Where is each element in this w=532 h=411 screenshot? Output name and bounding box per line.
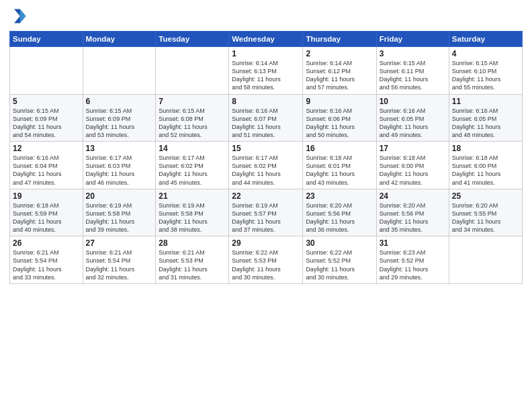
calendar-cell: 24Sunrise: 6:20 AM Sunset: 5:56 PM Dayli… (376, 189, 449, 236)
day-number: 26 (13, 238, 80, 248)
calendar-cell: 28Sunrise: 6:21 AM Sunset: 5:53 PM Dayli… (156, 236, 229, 284)
calendar-week-1: 1Sunrise: 6:14 AM Sunset: 6:13 PM Daylig… (10, 47, 523, 95)
calendar-cell: 18Sunrise: 6:18 AM Sunset: 6:00 PM Dayli… (449, 142, 522, 189)
day-number: 4 (452, 49, 519, 58)
calendar-week-4: 19Sunrise: 6:18 AM Sunset: 5:59 PM Dayli… (10, 189, 523, 236)
calendar-cell: 20Sunrise: 6:19 AM Sunset: 5:58 PM Dayli… (83, 189, 156, 236)
calendar-cell: 2Sunrise: 6:14 AM Sunset: 6:12 PM Daylig… (303, 47, 376, 95)
calendar-cell: 23Sunrise: 6:20 AM Sunset: 5:56 PM Dayli… (303, 189, 376, 236)
logo (9, 7, 31, 26)
day-info: Sunrise: 6:21 AM Sunset: 5:54 PM Dayligh… (86, 248, 153, 281)
col-header-monday: Monday (83, 32, 156, 47)
calendar-cell: 8Sunrise: 6:16 AM Sunset: 6:07 PM Daylig… (229, 94, 303, 142)
day-info: Sunrise: 6:20 AM Sunset: 5:56 PM Dayligh… (306, 201, 373, 234)
day-info: Sunrise: 6:15 AM Sunset: 6:09 PM Dayligh… (13, 107, 80, 140)
calendar-cell: 10Sunrise: 6:16 AM Sunset: 6:05 PM Dayli… (376, 94, 449, 142)
day-number: 2 (306, 49, 373, 58)
calendar-cell: 4Sunrise: 6:15 AM Sunset: 6:10 PM Daylig… (449, 47, 522, 95)
day-info: Sunrise: 6:20 AM Sunset: 5:56 PM Dayligh… (380, 201, 446, 234)
day-info: Sunrise: 6:16 AM Sunset: 6:07 PM Dayligh… (232, 107, 300, 140)
day-number: 19 (13, 191, 80, 201)
day-info: Sunrise: 6:15 AM Sunset: 6:08 PM Dayligh… (159, 107, 226, 140)
day-number: 31 (380, 238, 446, 248)
calendar-cell: 27Sunrise: 6:21 AM Sunset: 5:54 PM Dayli… (83, 236, 156, 284)
day-info: Sunrise: 6:15 AM Sunset: 6:11 PM Dayligh… (380, 59, 446, 92)
calendar-cell: 16Sunrise: 6:18 AM Sunset: 6:01 PM Dayli… (303, 142, 376, 189)
calendar-week-2: 5Sunrise: 6:15 AM Sunset: 6:09 PM Daylig… (10, 94, 523, 142)
day-number: 23 (306, 191, 373, 201)
day-info: Sunrise: 6:19 AM Sunset: 5:57 PM Dayligh… (232, 201, 300, 234)
calendar-cell: 7Sunrise: 6:15 AM Sunset: 6:08 PM Daylig… (156, 94, 229, 142)
calendar-table: SundayMondayTuesdayWednesdayThursdayFrid… (9, 31, 523, 284)
day-info: Sunrise: 6:22 AM Sunset: 5:53 PM Dayligh… (232, 248, 300, 281)
day-info: Sunrise: 6:16 AM Sunset: 6:05 PM Dayligh… (452, 107, 519, 140)
day-info: Sunrise: 6:18 AM Sunset: 6:01 PM Dayligh… (306, 154, 373, 187)
day-number: 24 (380, 191, 446, 201)
day-number: 1 (232, 49, 300, 58)
day-info: Sunrise: 6:21 AM Sunset: 5:53 PM Dayligh… (159, 248, 226, 281)
day-number: 11 (452, 97, 519, 106)
calendar-cell (83, 47, 156, 95)
day-number: 30 (306, 238, 373, 248)
day-number: 12 (13, 144, 80, 153)
col-header-sunday: Sunday (10, 32, 83, 47)
day-number: 17 (380, 144, 446, 153)
calendar-cell: 6Sunrise: 6:15 AM Sunset: 6:09 PM Daylig… (83, 94, 156, 142)
day-number: 10 (380, 97, 446, 106)
day-info: Sunrise: 6:14 AM Sunset: 6:12 PM Dayligh… (306, 59, 373, 92)
calendar-cell: 25Sunrise: 6:20 AM Sunset: 5:55 PM Dayli… (449, 189, 522, 236)
calendar-cell: 31Sunrise: 6:23 AM Sunset: 5:52 PM Dayli… (376, 236, 449, 284)
calendar-cell: 11Sunrise: 6:16 AM Sunset: 6:05 PM Dayli… (449, 94, 522, 142)
day-number: 5 (13, 97, 80, 106)
day-number: 18 (452, 144, 519, 153)
calendar-week-3: 12Sunrise: 6:16 AM Sunset: 6:04 PM Dayli… (10, 142, 523, 189)
day-info: Sunrise: 6:21 AM Sunset: 5:54 PM Dayligh… (13, 248, 80, 281)
day-number: 3 (380, 49, 446, 58)
day-info: Sunrise: 6:17 AM Sunset: 6:03 PM Dayligh… (86, 154, 153, 187)
calendar-cell (156, 47, 229, 95)
calendar-cell (10, 47, 83, 95)
calendar-cell: 5Sunrise: 6:15 AM Sunset: 6:09 PM Daylig… (10, 94, 83, 142)
day-number: 16 (306, 144, 373, 153)
day-info: Sunrise: 6:16 AM Sunset: 6:06 PM Dayligh… (306, 107, 373, 140)
day-info: Sunrise: 6:15 AM Sunset: 6:09 PM Dayligh… (86, 107, 153, 140)
day-number: 8 (232, 97, 300, 106)
calendar-cell: 30Sunrise: 6:22 AM Sunset: 5:52 PM Dayli… (303, 236, 376, 284)
col-header-tuesday: Tuesday (156, 32, 229, 47)
day-info: Sunrise: 6:16 AM Sunset: 6:04 PM Dayligh… (13, 154, 80, 187)
day-number: 15 (232, 144, 300, 153)
day-info: Sunrise: 6:17 AM Sunset: 6:02 PM Dayligh… (159, 154, 226, 187)
logo-icon (9, 7, 28, 26)
day-info: Sunrise: 6:18 AM Sunset: 6:00 PM Dayligh… (452, 154, 519, 187)
calendar-cell: 3Sunrise: 6:15 AM Sunset: 6:11 PM Daylig… (376, 47, 449, 95)
day-info: Sunrise: 6:18 AM Sunset: 5:59 PM Dayligh… (13, 201, 80, 234)
day-info: Sunrise: 6:15 AM Sunset: 6:10 PM Dayligh… (452, 59, 519, 92)
calendar-cell: 21Sunrise: 6:19 AM Sunset: 5:58 PM Dayli… (156, 189, 229, 236)
day-number: 14 (159, 144, 226, 153)
day-number: 20 (86, 191, 153, 201)
day-info: Sunrise: 6:19 AM Sunset: 5:58 PM Dayligh… (86, 201, 153, 234)
header (9, 7, 523, 26)
day-info: Sunrise: 6:22 AM Sunset: 5:52 PM Dayligh… (306, 248, 373, 281)
day-number: 9 (306, 97, 373, 106)
day-number: 21 (159, 191, 226, 201)
day-number: 29 (232, 238, 300, 248)
calendar-cell: 12Sunrise: 6:16 AM Sunset: 6:04 PM Dayli… (10, 142, 83, 189)
day-number: 27 (86, 238, 153, 248)
day-info: Sunrise: 6:20 AM Sunset: 5:55 PM Dayligh… (452, 201, 519, 234)
calendar-cell: 29Sunrise: 6:22 AM Sunset: 5:53 PM Dayli… (229, 236, 303, 284)
day-info: Sunrise: 6:16 AM Sunset: 6:05 PM Dayligh… (380, 107, 446, 140)
calendar-cell: 22Sunrise: 6:19 AM Sunset: 5:57 PM Dayli… (229, 189, 303, 236)
day-number: 6 (86, 97, 153, 106)
day-info: Sunrise: 6:14 AM Sunset: 6:13 PM Dayligh… (232, 59, 300, 92)
col-header-friday: Friday (376, 32, 449, 47)
calendar-cell: 19Sunrise: 6:18 AM Sunset: 5:59 PM Dayli… (10, 189, 83, 236)
calendar-cell: 15Sunrise: 6:17 AM Sunset: 6:02 PM Dayli… (229, 142, 303, 189)
day-number: 22 (232, 191, 300, 201)
calendar-week-5: 26Sunrise: 6:21 AM Sunset: 5:54 PM Dayli… (10, 236, 523, 284)
day-number: 28 (159, 238, 226, 248)
calendar-cell: 1Sunrise: 6:14 AM Sunset: 6:13 PM Daylig… (229, 47, 303, 95)
calendar-cell: 13Sunrise: 6:17 AM Sunset: 6:03 PM Dayli… (83, 142, 156, 189)
day-info: Sunrise: 6:19 AM Sunset: 5:58 PM Dayligh… (159, 201, 226, 234)
calendar-cell: 9Sunrise: 6:16 AM Sunset: 6:06 PM Daylig… (303, 94, 376, 142)
